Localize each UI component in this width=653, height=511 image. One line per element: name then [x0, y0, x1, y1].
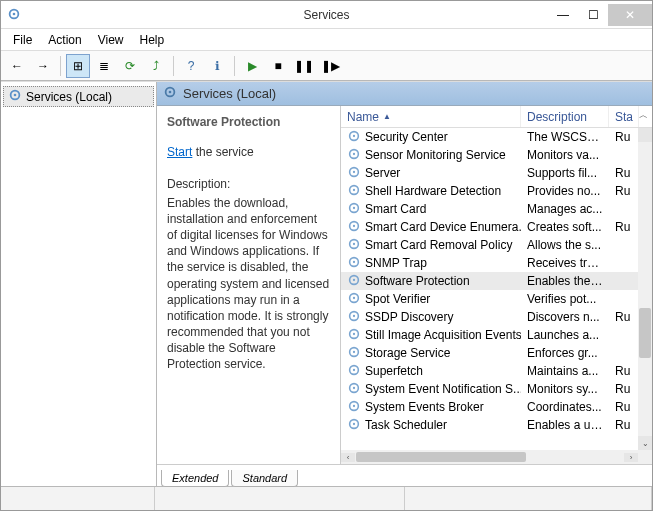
gear-icon [347, 417, 361, 434]
pane-title: Services (Local) [183, 86, 276, 101]
restart-service-button[interactable]: ❚▶ [318, 54, 342, 78]
vertical-scroll-thumb[interactable] [639, 308, 651, 358]
view-tabs: Extended Standard [157, 464, 652, 486]
horizontal-scroll-thumb[interactable] [356, 452, 526, 462]
horizontal-scrollbar[interactable]: ‹ › [341, 450, 638, 464]
svg-point-1 [13, 12, 16, 15]
back-button[interactable]: ← [5, 54, 29, 78]
svg-point-7 [353, 134, 355, 136]
scroll-up-button[interactable] [638, 128, 652, 142]
service-name-text: Still Image Acquisition Events [365, 328, 521, 342]
gear-icon [347, 183, 361, 200]
service-row[interactable]: Storage ServiceEnforces gr... [341, 344, 652, 362]
tab-extended[interactable]: Extended [161, 470, 229, 487]
refresh-icon: ⟳ [125, 59, 135, 73]
scroll-left-button[interactable]: ‹ [341, 453, 355, 462]
service-name-text: Smart Card Device Enumera... [365, 220, 521, 234]
refresh-button[interactable]: ⟳ [118, 54, 142, 78]
service-row[interactable]: Security CenterThe WSCSV...Ru [341, 128, 652, 146]
gear-icon [347, 147, 361, 164]
service-row[interactable]: Shell Hardware DetectionProvides no...Ru [341, 182, 652, 200]
properties-icon: ≣ [99, 59, 109, 73]
service-row[interactable]: Still Image Acquisition EventsLaunches a… [341, 326, 652, 344]
help-button[interactable]: ? [179, 54, 203, 78]
menu-action[interactable]: Action [40, 31, 89, 49]
gear-icon [347, 345, 361, 362]
svg-point-15 [353, 206, 355, 208]
scroll-right-button[interactable]: › [624, 453, 638, 462]
svg-point-23 [353, 278, 355, 280]
tree-node-services-local[interactable]: Services (Local) [3, 86, 154, 107]
show-hide-tree-button[interactable]: ⊞ [66, 54, 90, 78]
menu-help[interactable]: Help [132, 31, 173, 49]
svg-point-33 [353, 368, 355, 370]
service-name-cell: Software Protection [341, 273, 521, 290]
start-service-button[interactable]: ▶ [240, 54, 264, 78]
stop-service-button[interactable]: ■ [266, 54, 290, 78]
service-name-text: Shell Hardware Detection [365, 184, 501, 198]
gear-icon [347, 291, 361, 308]
column-header-status[interactable]: Sta [609, 106, 639, 127]
gear-icon [347, 219, 361, 236]
pause-service-button[interactable]: ❚❚ [292, 54, 316, 78]
service-row[interactable]: SNMP TrapReceives tra... [341, 254, 652, 272]
service-name-cell: System Events Broker [341, 399, 521, 416]
restart-icon: ❚▶ [321, 59, 340, 73]
description-label: Description: [167, 176, 330, 192]
service-desc-cell: Coordinates... [521, 400, 609, 414]
gear-icon [347, 165, 361, 182]
service-action-line: Start the service [167, 144, 330, 160]
close-button[interactable]: ✕ [608, 4, 652, 26]
service-name-cell: SNMP Trap [341, 255, 521, 272]
service-row[interactable]: Smart CardManages ac... [341, 200, 652, 218]
properties-button[interactable]: ≣ [92, 54, 116, 78]
export-list-button[interactable]: ⤴ [144, 54, 168, 78]
menu-view[interactable]: View [90, 31, 132, 49]
service-status-cell: Ru [609, 400, 639, 414]
svg-point-29 [353, 332, 355, 334]
service-row[interactable]: ServerSupports fil...Ru [341, 164, 652, 182]
column-header-description[interactable]: Description [521, 106, 609, 127]
service-name-text: Sensor Monitoring Service [365, 148, 506, 162]
stop-icon: ■ [274, 59, 281, 73]
service-row[interactable]: Smart Card Removal PolicyAllows the s... [341, 236, 652, 254]
sort-asc-icon: ▲ [383, 112, 391, 121]
service-row[interactable]: Sensor Monitoring ServiceMonitors va... [341, 146, 652, 164]
service-name-text: System Event Notification S... [365, 382, 521, 396]
toolbar: ← → ⊞ ≣ ⟳ ⤴ ? ℹ ▶ ■ ❚❚ ❚▶ [1, 51, 652, 81]
service-name-cell: Smart Card Device Enumera... [341, 219, 521, 236]
service-row[interactable]: SuperfetchMaintains a...Ru [341, 362, 652, 380]
service-row[interactable]: Spot VerifierVerifies pot... [341, 290, 652, 308]
vertical-scrollbar[interactable]: ⌄ [638, 128, 652, 450]
start-service-link[interactable]: Start [167, 145, 192, 159]
svg-point-37 [353, 404, 355, 406]
service-row[interactable]: SSDP DiscoveryDiscovers n...Ru [341, 308, 652, 326]
list-body[interactable]: Security CenterThe WSCSV...RuSensor Moni… [341, 128, 652, 464]
service-name-cell: Superfetch [341, 363, 521, 380]
service-status-cell: Ru [609, 382, 639, 396]
gear-icon [8, 88, 22, 105]
service-row[interactable]: Task SchedulerEnables a us...Ru [341, 416, 652, 434]
service-row[interactable]: Software ProtectionEnables the ... [341, 272, 652, 290]
service-row[interactable]: Smart Card Device Enumera...Creates soft… [341, 218, 652, 236]
service-desc-cell: Maintains a... [521, 364, 609, 378]
window-title: Services [303, 8, 349, 22]
forward-button[interactable]: → [31, 54, 55, 78]
services-list: Name ▲ Description Sta ︿ Security Center… [341, 106, 652, 464]
service-row[interactable]: System Events BrokerCoordinates...Ru [341, 398, 652, 416]
right-pane: Services (Local) Software Protection Sta… [157, 82, 652, 486]
scroll-down-button[interactable]: ⌄ [638, 436, 652, 450]
tab-standard[interactable]: Standard [231, 470, 298, 487]
scroll-up-icon: ︿ [639, 109, 648, 122]
menu-file[interactable]: File [5, 31, 40, 49]
column-header-name[interactable]: Name ▲ [341, 106, 521, 127]
service-name-cell: Task Scheduler [341, 417, 521, 434]
minimize-button[interactable]: — [548, 4, 578, 26]
service-row[interactable]: System Event Notification S...Monitors s… [341, 380, 652, 398]
maximize-button[interactable]: ☐ [578, 4, 608, 26]
service-desc-cell: Enforces gr... [521, 346, 609, 360]
col-name-label: Name [347, 110, 379, 124]
about-button[interactable]: ℹ [205, 54, 229, 78]
titlebar: Services — ☐ ✕ [1, 1, 652, 29]
scroll-corner [638, 450, 652, 464]
